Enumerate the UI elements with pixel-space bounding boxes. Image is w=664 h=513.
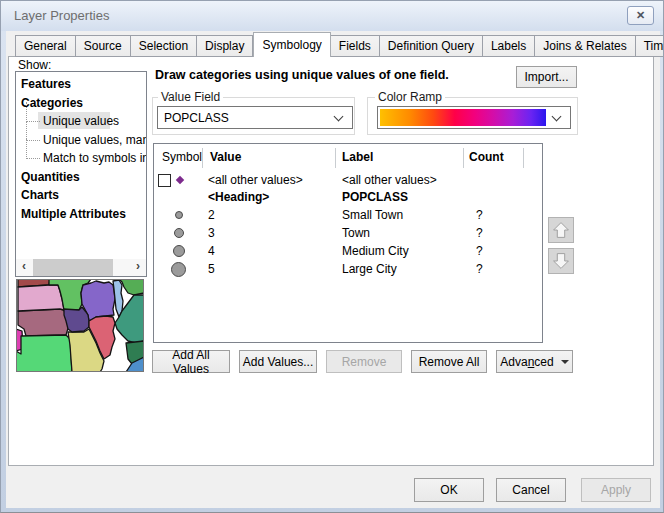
move-up-button[interactable] [548,217,574,243]
column-divider [202,148,203,168]
tree-item-unique-values[interactable]: Unique values [43,112,119,130]
point-symbol-icon[interactable] [176,176,184,184]
up-arrow-icon [549,217,573,243]
column-header-symbol[interactable]: Symbol [162,150,202,164]
unique-values-table: Symbol Value Label Count <all other valu… [153,143,543,343]
add-all-values-button[interactable]: Add All Values [152,350,230,373]
chevron-down-icon [334,111,344,121]
tree-item-unique-values-many[interactable]: Unique values, many [43,131,147,149]
tab-general[interactable]: General [15,35,76,57]
move-down-button[interactable] [548,248,574,274]
all-other-values-checkbox[interactable] [158,174,171,187]
close-icon: ✕ [636,9,645,21]
tab-time[interactable]: Time [636,35,664,57]
tree-item-match-to-symbols[interactable]: Match to symbols in a [43,149,147,167]
down-arrow-icon [549,248,573,274]
title-bar[interactable]: Layer Properties ✕ [1,1,664,31]
advanced-button[interactable]: Advanced [496,350,573,373]
table-row-value-3[interactable]: 3 Town ? [154,225,542,242]
tab-symbology[interactable]: Symbology [253,32,330,57]
graduated-circle-icon[interactable] [171,262,186,277]
dialog-title: Layer Properties [14,8,109,23]
graduated-circle-icon[interactable] [173,245,185,257]
column-header-value[interactable]: Value [210,150,241,164]
graduated-circle-icon[interactable] [175,211,183,219]
tree-item-features[interactable]: Features [21,75,71,93]
column-header-label[interactable]: Label [342,150,373,164]
tab-labels[interactable]: Labels [483,35,535,57]
table-row-value-2[interactable]: 2 Small Town ? [154,207,542,224]
color-ramp-swatch [380,109,546,126]
tab-definition-query[interactable]: Definition Query [380,35,483,57]
scroll-left-icon[interactable]: ‹ [16,259,32,276]
table-row-all-other-values[interactable]: <all other values> <all other values> [154,172,542,189]
tab-source[interactable]: Source [76,35,131,57]
tab-strip: General Source Selection Display Symbolo… [15,34,664,57]
value-field-label: Value Field [158,90,223,104]
tab-selection[interactable]: Selection [131,35,197,57]
add-values-button[interactable]: Add Values... [239,350,317,373]
remove-all-button[interactable]: Remove All [411,350,487,373]
color-ramp-label: Color Ramp [375,90,445,104]
close-button[interactable]: ✕ [627,6,654,25]
tab-display[interactable]: Display [197,35,253,57]
dropdown-arrow-icon [561,360,569,364]
map-preview [16,279,144,372]
remove-button: Remove [326,350,402,373]
tree-item-quantities[interactable]: Quantities [21,168,80,186]
panel-heading: Draw categories using unique values of o… [155,68,449,82]
tree-horizontal-scrollbar[interactable]: ‹ › [16,259,146,276]
chevron-down-icon [552,111,562,121]
tree-item-charts[interactable]: Charts [21,186,59,204]
scroll-right-icon[interactable]: › [130,259,146,276]
apply-button: Apply [581,478,651,502]
show-label: Show: [18,58,51,72]
tree-item-multiple-attributes[interactable]: Multiple Attributes [21,205,126,223]
show-tree-list: Features Categories Unique values Unique… [15,71,147,277]
import-button[interactable]: Import... [516,66,577,88]
ok-button[interactable]: OK [414,478,484,502]
column-divider [335,148,336,168]
value-field-combobox[interactable]: POPCLASS [157,106,353,129]
value-field-value: POPCLASS [158,111,335,125]
table-row-value-5[interactable]: 5 Large City ? [154,261,542,278]
color-ramp-combobox[interactable] [377,106,571,129]
scrollbar-thumb[interactable] [33,259,113,276]
map-preview-image [16,279,144,372]
cancel-button[interactable]: Cancel [496,478,566,502]
graduated-circle-icon[interactable] [174,228,184,238]
layer-properties-dialog: Layer Properties ✕ General Source Select… [0,0,664,513]
column-divider [523,148,524,168]
tab-fields[interactable]: Fields [331,35,380,57]
table-row-heading[interactable]: <Heading> POPCLASS [154,189,542,206]
table-row-value-4[interactable]: 4 Medium City ? [154,243,542,260]
column-header-count[interactable]: Count [469,150,504,164]
column-divider [463,148,464,168]
tab-joins-relates[interactable]: Joins & Relates [535,35,635,57]
